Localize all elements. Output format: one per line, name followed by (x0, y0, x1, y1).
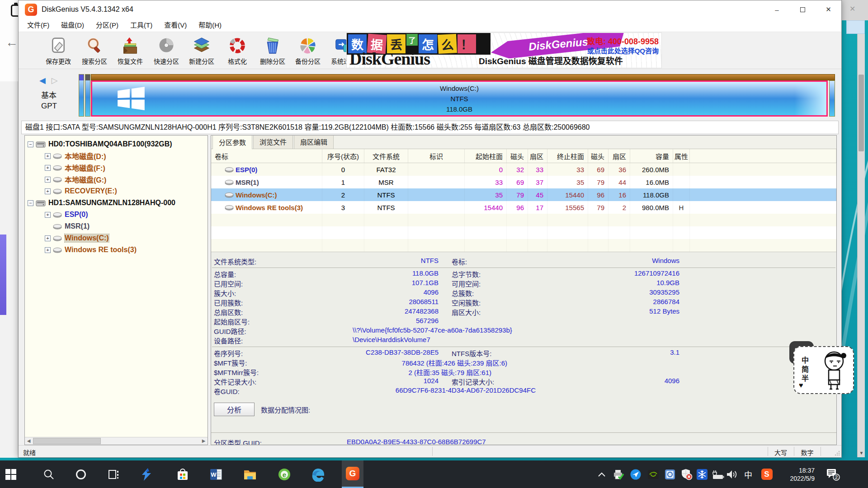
tree-item-7[interactable]: MSR(1) (25, 221, 208, 232)
column-header-0[interactable]: 卷标 (211, 149, 322, 163)
tree-item-8[interactable]: +Windows(C:) (25, 232, 208, 244)
action-center-button[interactable]: 2 (823, 460, 843, 488)
menu-file[interactable]: 文件(F) (21, 19, 55, 32)
status-divider (432, 447, 433, 456)
resize-grip[interactable] (835, 450, 840, 456)
tray-intel-graphics[interactable] (662, 460, 678, 488)
pinned-app-green-browser[interactable]: e (274, 460, 295, 488)
disk-capacity-strip[interactable] (91, 74, 835, 80)
delete-partition-button[interactable]: 删除分区 (253, 33, 292, 68)
tree-item-1[interactable]: +本地磁盘(D:) (25, 150, 208, 162)
backup-partition-button[interactable]: 备份分区 (288, 33, 327, 68)
tab-partition-parameters[interactable]: 分区参数 (212, 135, 252, 149)
menu-view[interactable]: 查看(V) (158, 19, 193, 32)
partition-block-re-tools[interactable] (829, 80, 835, 117)
tray-printer[interactable] (611, 460, 626, 488)
tab-browse-files[interactable]: 浏览文件 (253, 135, 293, 149)
tray-sogou[interactable]: S (759, 460, 774, 488)
pinned-app-word[interactable]: W (205, 460, 227, 488)
partition-block-msr[interactable] (85, 74, 90, 117)
tray-volume[interactable] (724, 460, 740, 488)
partition-row-2[interactable]: Windows(C:)2NTFS357945154409616118.0GB (211, 188, 836, 201)
pinned-app-edge[interactable] (307, 460, 329, 488)
ad-qq-link[interactable]: 或点击此处选择QQ咨询 (587, 46, 659, 55)
table-cell (364, 214, 408, 226)
partition-row-0[interactable]: ESP(0)0FAT3203233336936260.0MB (211, 163, 836, 176)
expand-icon[interactable]: + (45, 188, 51, 194)
tree-item-6[interactable]: +ESP(0) (25, 209, 208, 221)
format-button[interactable]: 格式化 (218, 33, 257, 68)
taskbar-search-button[interactable] (38, 460, 60, 488)
partition-block-windows-c[interactable]: Windows(C:) NTFS 118.0GB (91, 80, 828, 117)
background-scrollbar[interactable]: ▼ (857, 34, 865, 457)
partition-block-esp[interactable] (79, 74, 84, 117)
start-button[interactable] (0, 460, 22, 488)
column-header-10[interactable]: 容量 (630, 149, 673, 163)
scroll-right-icon[interactable]: ▶ (200, 437, 208, 445)
column-header-3[interactable]: 标识 (408, 149, 465, 163)
expand-icon[interactable]: + (45, 177, 51, 183)
column-header-2[interactable]: 文件系统 (364, 149, 408, 163)
tab-sector-editor[interactable]: 扇区编辑 (294, 135, 334, 149)
close-button[interactable]: ✕ (816, 0, 841, 19)
scroll-left-icon[interactable]: ◀ (25, 437, 33, 445)
expand-icon[interactable]: + (45, 247, 51, 253)
nav-left-icon[interactable]: ◀ (39, 76, 46, 85)
task-view-button[interactable] (103, 460, 124, 488)
tree-item-3[interactable]: +本地磁盘(G:) (25, 174, 208, 185)
nav-right-icon[interactable]: ▷ (52, 76, 58, 85)
column-header-11[interactable]: 属性 (673, 149, 690, 163)
scroll-down-icon[interactable]: ▼ (858, 450, 865, 457)
expand-icon[interactable]: + (45, 165, 51, 171)
menu-help[interactable]: 帮助(H) (193, 19, 227, 32)
minimize-button[interactable]: – (764, 0, 790, 19)
tray-expand-button[interactable] (594, 460, 609, 488)
background-scrollbar-thumb[interactable] (859, 75, 864, 151)
tray-blue-app[interactable] (628, 460, 643, 488)
collapse-icon[interactable]: − (28, 200, 33, 206)
expand-icon[interactable]: + (45, 235, 51, 241)
search-partition-button[interactable]: 搜索分区 (75, 33, 114, 68)
ad-banner[interactable]: 数据丢了怎么！ DiskGenius DiskGenius 致电: 400-00… (346, 33, 662, 68)
taskbar-diskgenius-active[interactable]: G (342, 460, 363, 488)
tree-scrollbar-thumb[interactable] (33, 438, 101, 444)
tray-battery[interactable] (710, 460, 726, 488)
column-header-9[interactable]: 扇区 (609, 149, 630, 163)
save-changes-button[interactable]: 保存更改 (39, 33, 78, 68)
tree-item-2[interactable]: +本地磁盘(F:) (25, 162, 208, 174)
partition-row-3[interactable]: Windows RE tools(3)3NTFS1544096171556579… (211, 201, 836, 214)
column-header-8[interactable]: 磁头 (588, 149, 609, 163)
new-partition-button[interactable]: 新建分区 (182, 33, 221, 68)
maximize-button[interactable] (790, 0, 816, 19)
tray-ime-indicator[interactable]: 中 (741, 460, 756, 488)
tray-defender[interactable] (679, 460, 694, 488)
quick-partition-button[interactable]: 快速分区 (147, 33, 186, 68)
column-header-7[interactable]: 终止柱面 (547, 149, 588, 163)
taskbar-clock[interactable]: 18:37 2022/5/9 (779, 460, 816, 488)
column-header-1[interactable]: 序号(状态) (322, 149, 364, 163)
ime-status-widget[interactable]: 中简半 ♥ (793, 346, 854, 394)
pinned-app-thunder[interactable] (136, 460, 157, 488)
tree-item-disk-5[interactable]: −HD1:SAMSUNGMZNLN128HAHQ-000 (25, 197, 208, 209)
collapse-icon[interactable]: − (28, 141, 33, 147)
column-header-6[interactable]: 扇区 (528, 149, 547, 163)
tree-item-4[interactable]: +RECOVERY(E:) (25, 185, 208, 197)
pinned-app-explorer[interactable] (239, 460, 261, 488)
menu-partition[interactable]: 分区(P) (90, 19, 124, 32)
recover-files-button[interactable]: 恢复文件 (111, 33, 150, 68)
pinned-app-store[interactable] (172, 460, 193, 488)
expand-icon[interactable]: + (45, 153, 51, 159)
analyze-button[interactable]: 分析 (214, 403, 255, 416)
column-header-5[interactable]: 磁头 (507, 149, 528, 163)
column-header-4[interactable]: 起始柱面 (465, 149, 507, 163)
menu-tools[interactable]: 工具(T) (124, 19, 158, 32)
tree-horizontal-scrollbar[interactable]: ◀ ▶ (25, 437, 208, 445)
tree-item-9[interactable]: +Windows RE tools(3) (25, 244, 208, 256)
tree-item-disk-0[interactable]: −HD0:TOSHIBAMQ04ABF100(932GB) (25, 138, 208, 150)
expand-icon[interactable]: + (45, 212, 51, 218)
partition-row-1[interactable]: MSR(1)1MSR33693735794416.0MB (211, 176, 836, 188)
cortana-button[interactable] (70, 460, 92, 488)
tray-snowflake-app[interactable] (694, 460, 710, 488)
tray-nvidia[interactable] (646, 460, 661, 488)
menu-disk[interactable]: 磁盘(D) (55, 19, 90, 32)
